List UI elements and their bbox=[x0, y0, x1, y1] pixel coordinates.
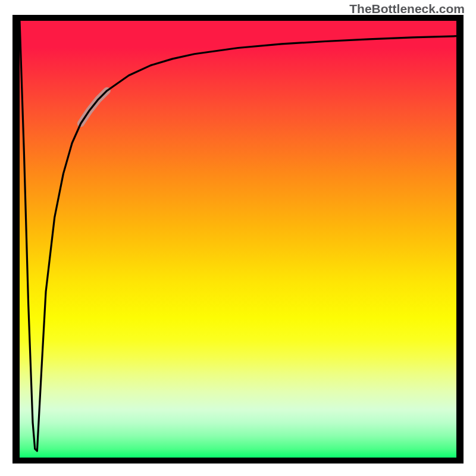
curve-svg bbox=[20, 21, 456, 458]
watermark-label: TheBottleneck.com bbox=[349, 2, 465, 16]
bottleneck-curve bbox=[20, 21, 456, 451]
chart-container: TheBottleneck.com bbox=[0, 0, 476, 476]
highlight-segment bbox=[81, 90, 107, 123]
plot-area bbox=[12, 15, 464, 464]
